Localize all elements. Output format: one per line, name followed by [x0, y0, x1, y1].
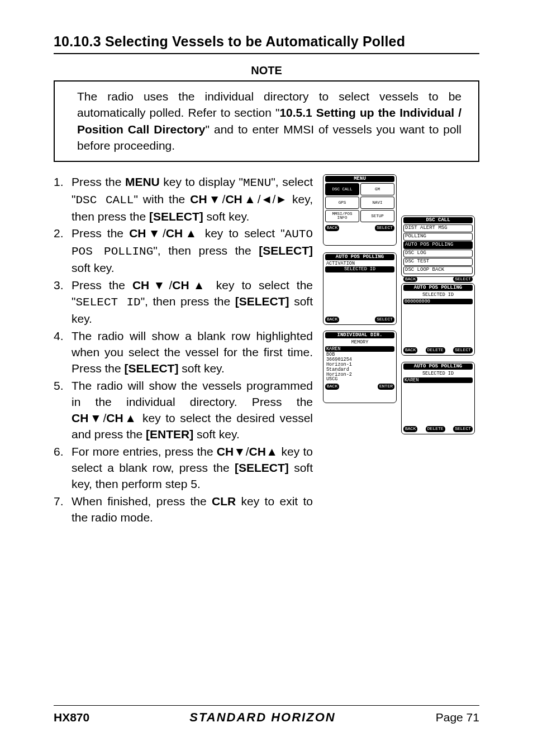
t: key to display ": [160, 175, 243, 188]
t: Press the: [72, 227, 129, 240]
lcd-dsccall-screen: DSC CALL DIST ALERT MSG POLLING AUTO POS…: [401, 216, 475, 277]
lcd-title: MENU: [325, 176, 394, 183]
menu-cell: SETUP: [360, 210, 394, 222]
step-num: 6.: [54, 444, 72, 492]
t: soft key.: [72, 261, 115, 274]
left-arrow-icon: ◄: [261, 193, 273, 205]
lcd-selid-karen-screen: AUTO POS POLLING SELECTED ID KAREN BACK …: [401, 362, 475, 434]
menu-cell: MMSI/POS INFO: [325, 210, 359, 222]
t: ", then press the: [141, 295, 235, 308]
lcd-dir-screen: INDIVIDUAL DIR. MEMORY KAREN BOB 3669012…: [323, 331, 397, 403]
footer-brand: STANDARD HORIZON: [189, 710, 335, 725]
t: CH▲: [225, 193, 257, 205]
step-num: 2.: [54, 226, 72, 276]
t: SELECT ID: [75, 296, 140, 309]
softkey-select: SELECT: [453, 426, 473, 432]
t: CH▲: [249, 445, 278, 458]
step-num: 4.: [54, 328, 72, 377]
softkey-back: BACK: [403, 347, 417, 353]
softkey-delete: DELETE: [426, 347, 445, 353]
t: MENU: [243, 176, 271, 189]
lcd-selid-blank-screen: AUTO POS POLLING SELECTED ID 000000000 B…: [401, 283, 475, 356]
list-item-selected: SELECTED ID: [325, 266, 394, 272]
t: CH▼: [72, 412, 103, 424]
note-label: NOTE: [54, 64, 479, 77]
softkey-delete: DELETE: [426, 426, 445, 432]
lcd-title: AUTO POS POLLING: [403, 285, 473, 291]
lcd-subtitle: SELECTED ID: [403, 371, 473, 376]
step-4: The radio will show a blank row highligh…: [72, 328, 313, 377]
step-7: When finished, press the CLR key to exit…: [72, 494, 313, 526]
t: CLR: [212, 495, 236, 508]
t: [ENTER]: [146, 428, 193, 441]
lcd-subtitle: MEMORY: [325, 339, 394, 345]
t: The radio will show the vessels programm…: [72, 379, 313, 408]
softkey-back: BACK: [325, 317, 339, 322]
selected-value: 000000000: [403, 299, 473, 304]
t: soft key.: [203, 210, 249, 223]
list-item: DSC LOOP BACK: [403, 266, 473, 274]
step-3: Press the CH▼/CH▲ key to select the "SEL…: [72, 277, 313, 327]
t: Press the: [72, 175, 125, 188]
lcd-title: INDIVIDUAL DIR.: [325, 332, 394, 339]
step-6: For more entries, press the CH▼/CH▲ key …: [72, 444, 313, 492]
t: [SELECT]: [149, 210, 203, 223]
t: [SELECT]: [259, 244, 313, 257]
softkey-select: SELECT: [375, 317, 394, 322]
lcd-menu-screen: MENU DSC CALL GM GPS NAVI MMSI/POS INFO …: [323, 174, 397, 246]
lcd-app-screen: AUTO POS POLLING ACTIVATION SELECTED ID …: [323, 252, 397, 325]
lcd-title: DSC CALL: [403, 217, 473, 224]
t: DSC CALL: [75, 194, 134, 207]
t: " with the: [134, 193, 190, 205]
menu-cell: GM: [360, 183, 394, 195]
t: For more entries, press the: [72, 445, 217, 458]
t: CH▲: [106, 412, 137, 424]
page-footer: HX870 STANDARD HORIZON Page 71: [54, 705, 479, 725]
softkey-back: BACK: [403, 426, 417, 432]
step-5: The radio will show the vessels programm…: [72, 378, 313, 443]
softkey-select: SELECT: [453, 276, 473, 282]
list-item: POLLING: [403, 233, 473, 241]
softkey-back: BACK: [325, 225, 339, 231]
softkey-select: SELECT: [375, 225, 394, 231]
step-num: 1.: [54, 174, 72, 225]
lcd-subtitle: SELECTED ID: [403, 292, 473, 298]
t: When finished, press the: [72, 495, 212, 508]
menu-cell: DSC CALL: [325, 183, 359, 195]
lcd-title: AUTO POS POLLING: [325, 254, 394, 261]
softkey-back: BACK: [403, 276, 417, 282]
step-num: 5.: [54, 378, 72, 443]
footer-model: HX870: [54, 711, 89, 724]
list-item: DSC LOG: [403, 250, 473, 257]
t: key to select ": [199, 227, 285, 240]
menu-cell: GPS: [325, 197, 359, 209]
t: MENU: [125, 175, 160, 188]
step-num: 3.: [54, 277, 72, 327]
t: [SELECT]: [125, 362, 179, 375]
t: [SELECT]: [235, 295, 289, 308]
t: soft key.: [193, 428, 239, 441]
softkey-back: BACK: [325, 384, 339, 389]
steps-column: 1. Press the MENU key to display "MENU",…: [54, 174, 313, 527]
list-item: DSC TEST: [403, 258, 473, 266]
softkey-select: SELECT: [453, 347, 473, 353]
step-2: Press the CH▼/CH▲ key to select "AUTO PO…: [72, 226, 313, 276]
list-item: ACTIVATION: [325, 261, 394, 266]
softkey-enter: ENTER: [378, 384, 394, 389]
selected-value: KAREN: [403, 377, 473, 383]
section-heading: 10.10.3 Selecting Vessels to be Automati…: [54, 34, 479, 54]
list-item-selected: KAREN: [325, 346, 394, 352]
footer-page: Page 71: [436, 711, 479, 724]
t: CH▲: [172, 279, 208, 291]
menu-cell: NAVI: [360, 197, 394, 209]
step-num: 7.: [54, 494, 72, 526]
right-arrow-icon: ►: [275, 193, 287, 205]
t: [SELECT]: [235, 461, 289, 474]
t: ", then press the: [153, 244, 259, 257]
t: Press the: [72, 279, 132, 291]
list-item: USCG: [325, 377, 394, 382]
t: CH▼: [217, 445, 246, 458]
t: CH▼: [129, 227, 163, 240]
step-1: Press the MENU key to display "MENU", se…: [72, 174, 313, 225]
list-item-selected: AUTO POS POLLING: [403, 241, 473, 249]
